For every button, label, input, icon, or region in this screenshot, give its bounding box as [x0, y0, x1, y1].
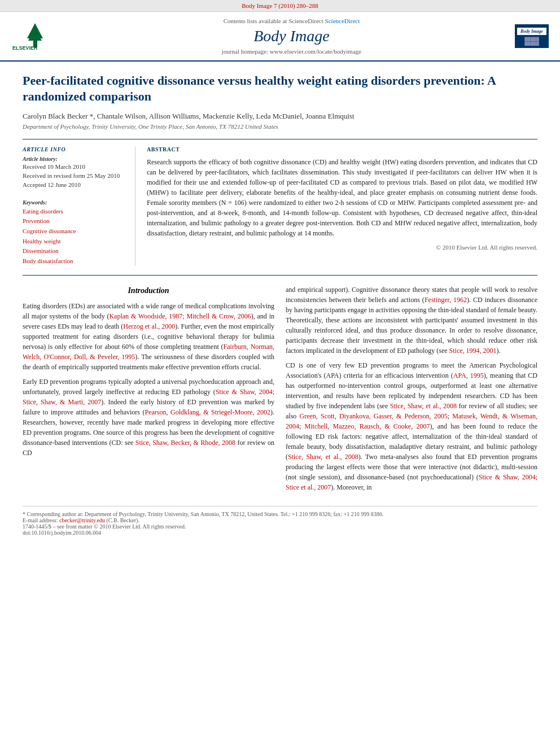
article-title: Peer-facilitated cognitive dissonance ve…	[23, 73, 537, 105]
footnote-corresponding: * Corresponding author at: Department of…	[23, 511, 537, 517]
ref-stice-shaw[interactable]: Stice & Shaw, 2004; Stice, Shaw, & Marti…	[23, 388, 274, 406]
article-info-col: ARTICLE INFO Article history: Received 1…	[23, 146, 135, 267]
accepted-date: Accepted 12 June 2010	[23, 181, 126, 188]
affiliation: Department of Psychology, Trinity Univer…	[23, 123, 537, 130]
journal-center: Contents lists available at ScienceDirec…	[68, 18, 515, 55]
keyword-item: Prevention	[23, 216, 126, 226]
sciencedirect-line: Contents lists available at ScienceDirec…	[68, 18, 515, 24]
article-meta-section: ARTICLE INFO Article history: Received 1…	[23, 139, 537, 267]
journal-cover-image: Body Image ▓▓▓▓▓▓▓▓▓▓	[515, 24, 549, 48]
ref-stice-shaw2[interactable]: Stice, Shaw, et al., 2008	[390, 402, 457, 410]
ref-pearson[interactable]: Pearson, Goldklang, & Striegel-Moore, 20…	[145, 408, 270, 416]
intro-heading: Introduction	[23, 285, 274, 296]
authors-text: Carolyn Black Becker *, Chantale Wilson,…	[23, 112, 355, 120]
copyright: © 2010 Elsevier Ltd. All rights reserved…	[147, 244, 537, 251]
revised-date: Received in revised form 25 May 2010	[23, 172, 126, 179]
keyword-item: Healthy weight	[23, 237, 126, 247]
ref-festinger[interactable]: Festinger, 1962	[425, 296, 467, 304]
ref-apa[interactable]: APA, 1995	[453, 372, 484, 379]
body-col-left: Introduction Eating disorders (EDs) are …	[23, 285, 274, 497]
authors: Carolyn Black Becker *, Chantale Wilson,…	[23, 112, 537, 121]
article-info-heading: ARTICLE INFO	[23, 146, 126, 152]
keywords-label: Keywords:	[23, 199, 126, 206]
ref-kaplan[interactable]: Kaplan & Woodside, 1987; Mitchell & Crow…	[109, 312, 251, 320]
journal-title: Body Image	[68, 27, 515, 46]
body-columns: Introduction Eating disorders (EDs) are …	[23, 285, 537, 497]
contents-text: Contents lists available at ScienceDirec…	[224, 18, 323, 24]
keywords-list: Eating disordersPreventionCognitive diss…	[23, 207, 126, 267]
footnote-area: * Corresponding author at: Department of…	[23, 506, 537, 536]
abstract-text: Research supports the efficacy of both c…	[147, 157, 537, 238]
sciencedirect-link[interactable]: ScienceDirect	[325, 18, 360, 24]
ref-stice-shaw4[interactable]: Stice & Shaw, 2004; Stice et al., 2007	[286, 473, 537, 491]
journal-header: ELSEVIER Contents lists available at Sci…	[0, 12, 560, 62]
section-divider	[23, 275, 537, 276]
intro-para-1: Eating disorders (EDs) are associated wi…	[23, 301, 274, 372]
svg-text:ELSEVIER: ELSEVIER	[12, 45, 38, 51]
keyword-item: Cognitive dissonance	[23, 226, 126, 237]
footnote-doi: doi:10.1016/j.bodyim.2010.06.004	[23, 530, 537, 536]
main-content: Peer-facilitated cognitive dissonance ve…	[0, 62, 560, 548]
email-name: (C.B. Becker).	[107, 517, 139, 523]
right-para-2: CD is one of very few ED prevention prog…	[286, 360, 537, 492]
ref-herzog[interactable]: Herzog et al., 2000	[123, 322, 175, 330]
right-para-1: and empirical support). Cognitive disson…	[286, 285, 537, 356]
ref-green[interactable]: Green, Scott, Diyankova, Gasser, & Peder…	[300, 412, 448, 420]
footnote-email: E-mail address: cbecker@trinity.edu (C.B…	[23, 517, 537, 523]
body-col-right: and empirical support). Cognitive disson…	[286, 285, 537, 497]
keyword-item: Eating disorders	[23, 207, 126, 217]
received-date: Received 10 March 2010	[23, 163, 126, 170]
keyword-item: Body dissatisfaction	[23, 256, 126, 267]
citation-text: Body Image 7 (2010) 280–288	[242, 2, 318, 9]
history-label: Article history:	[23, 156, 126, 162]
abstract-content: Research supports the efficacy of both c…	[147, 158, 537, 237]
email-label: E-mail address:	[23, 517, 59, 523]
ref-fairburn[interactable]: Fairburn, Norman, Welch, O'Connor, Doll,…	[23, 343, 274, 361]
email-link[interactable]: cbecker@trinity.edu	[59, 517, 105, 523]
elsevier-logo: ELSEVIER	[11, 20, 59, 51]
abstract-heading: ABSTRACT	[147, 146, 537, 152]
ref-stice-shaw-becker[interactable]: Stice, Shaw, Becker, & Rhode, 2008	[135, 439, 235, 447]
ref-stice-shaw3[interactable]: Stice, Shaw, et al., 2008	[288, 453, 358, 461]
ref-mitchell[interactable]: Mitchell, Mazzeo, Rausch, & Cooke, 2007	[305, 422, 430, 430]
keyword-item: Dissemination	[23, 246, 126, 256]
intro-para-2: Early ED prevention programs typically a…	[23, 377, 274, 458]
citation-bar: Body Image 7 (2010) 280–288	[0, 0, 560, 12]
ref-stice-1994[interactable]: Stice, 1994, 2001	[449, 347, 497, 355]
journal-homepage: journal homepage: www.elsevier.com/locat…	[68, 48, 515, 55]
footnote-issn: 1740-1445/$ – see front matter © 2010 El…	[23, 523, 537, 530]
abstract-col: ABSTRACT Research supports the efficacy …	[147, 146, 537, 267]
